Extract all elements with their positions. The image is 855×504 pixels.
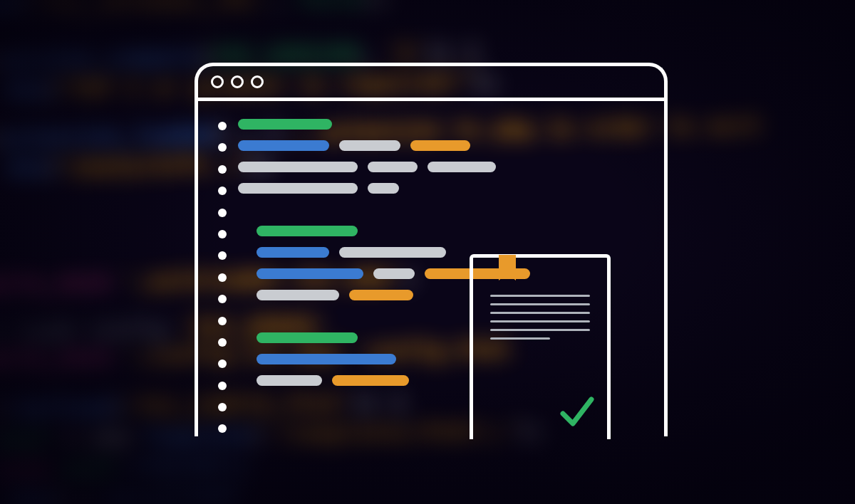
line-number-gutter	[218, 122, 227, 433]
gutter-dot	[218, 403, 227, 411]
doc-text-line	[490, 337, 550, 340]
code-token	[339, 247, 446, 258]
gutter-dot	[218, 338, 227, 347]
code-token	[428, 162, 496, 172]
code-token	[238, 140, 329, 151]
window-titlebar	[198, 66, 664, 101]
gutter-dot	[218, 317, 227, 325]
code-token	[410, 140, 470, 151]
code-token	[373, 268, 415, 279]
code-token	[349, 290, 413, 300]
code-token	[368, 162, 418, 172]
doc-text-line	[490, 312, 590, 314]
code-token	[238, 162, 358, 172]
code-token	[256, 268, 363, 279]
document-text-lines	[490, 295, 590, 340]
gutter-dot	[218, 273, 227, 282]
doc-text-line	[490, 303, 590, 305]
gutter-dot	[218, 143, 227, 152]
gutter-dot	[218, 424, 227, 433]
doc-text-line	[490, 320, 590, 322]
code-token	[256, 226, 358, 236]
traffic-light-icon	[211, 75, 224, 88]
gutter-dot	[218, 122, 227, 130]
doc-text-line	[490, 295, 590, 297]
code-token	[256, 354, 396, 364]
code-row	[238, 226, 530, 236]
code-token	[256, 375, 322, 386]
bookmark-ribbon-icon	[499, 255, 516, 280]
doc-text-line	[490, 329, 590, 331]
code-token	[256, 290, 339, 300]
traffic-light-icon	[251, 75, 264, 88]
gutter-dot	[218, 295, 227, 303]
gutter-dot	[218, 382, 227, 390]
code-token	[368, 183, 399, 194]
code-row	[238, 162, 530, 172]
checkmark-icon	[557, 392, 597, 432]
code-row	[238, 204, 530, 215]
code-token	[339, 140, 400, 151]
illustration-root: @var boolean define('PSI_INTERNAL_XML', …	[0, 0, 855, 504]
code-row	[238, 119, 530, 130]
code-token	[256, 247, 329, 258]
code-token	[238, 183, 358, 194]
code-token	[256, 332, 358, 343]
gutter-dot	[218, 165, 227, 174]
gutter-dot	[218, 359, 227, 368]
traffic-light-icon	[231, 75, 244, 88]
code-row	[238, 140, 530, 151]
gutter-dot	[218, 209, 227, 217]
gutter-dot	[218, 230, 227, 238]
code-token	[238, 119, 332, 130]
gutter-dot	[218, 187, 227, 195]
editor-window-icon	[195, 63, 668, 436]
code-token	[332, 375, 409, 386]
gutter-dot	[218, 251, 227, 260]
code-row	[238, 183, 530, 194]
document-card-icon	[470, 254, 611, 439]
